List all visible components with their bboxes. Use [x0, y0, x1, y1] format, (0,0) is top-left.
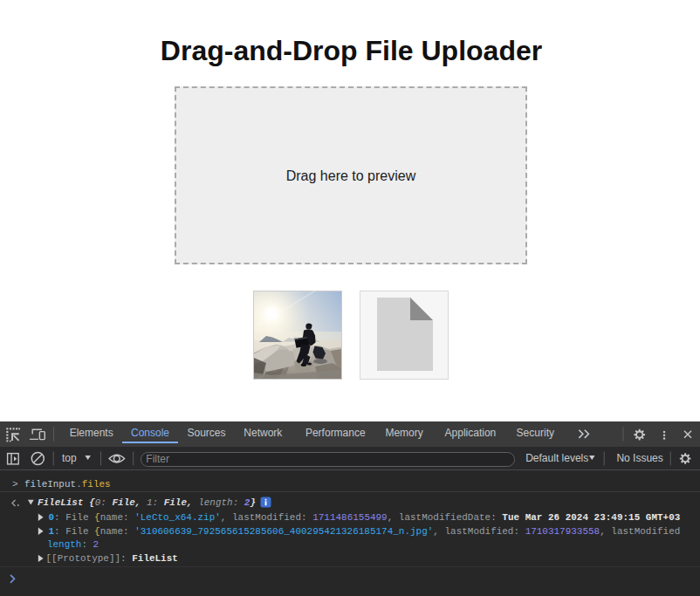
svg-text:>: > [12, 479, 18, 490]
